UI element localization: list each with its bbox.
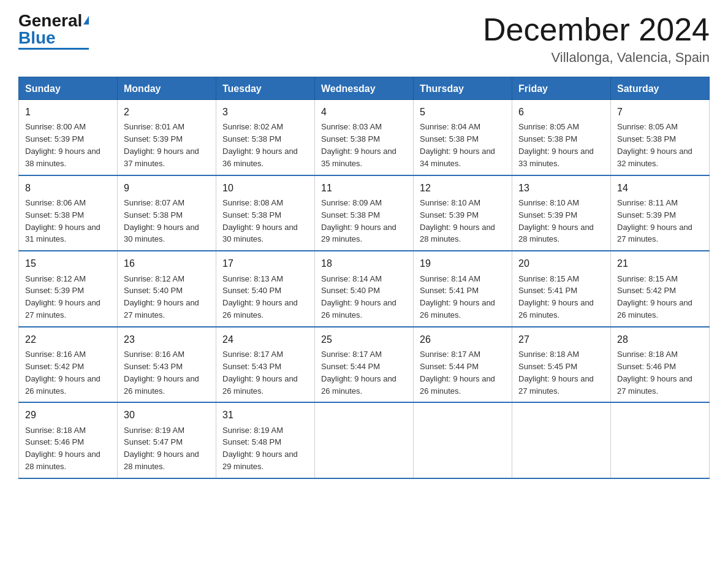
day-sunset: Sunset: 5:39 PM [420, 210, 479, 220]
day-sunrise: Sunrise: 8:03 AM [321, 122, 382, 131]
calendar-week-row: 8Sunrise: 8:06 AMSunset: 5:38 PMDaylight… [19, 175, 710, 251]
day-number: 17 [222, 256, 308, 270]
day-sunset: Sunset: 5:40 PM [222, 286, 281, 295]
day-daylight: Daylight: 9 hours and 27 minutes. [25, 298, 100, 320]
header-friday: Friday [512, 77, 611, 100]
calendar-cell: 12Sunrise: 8:10 AMSunset: 5:39 PMDayligh… [414, 175, 512, 251]
day-sunset: Sunset: 5:39 PM [617, 210, 676, 220]
day-number: 30 [124, 408, 210, 422]
day-sunset: Sunset: 5:44 PM [420, 362, 479, 371]
calendar-cell: 6Sunrise: 8:05 AMSunset: 5:38 PMDaylight… [512, 100, 611, 175]
day-number: 31 [222, 408, 308, 422]
main-title: December 2024 [483, 12, 710, 47]
calendar-cell: 10Sunrise: 8:08 AMSunset: 5:38 PMDayligh… [216, 175, 315, 251]
day-sunset: Sunset: 5:39 PM [518, 210, 577, 220]
day-sunset: Sunset: 5:40 PM [321, 286, 380, 295]
calendar-cell [414, 402, 512, 478]
calendar-cell: 28Sunrise: 8:18 AMSunset: 5:46 PMDayligh… [611, 327, 710, 403]
logo-general-text: General [18, 11, 82, 30]
day-number: 2 [124, 105, 210, 119]
calendar-cell: 17Sunrise: 8:13 AMSunset: 5:40 PMDayligh… [216, 251, 315, 327]
day-number: 14 [617, 181, 703, 195]
day-daylight: Daylight: 9 hours and 26 minutes. [518, 298, 594, 320]
day-daylight: Daylight: 9 hours and 29 minutes. [222, 450, 298, 471]
day-sunrise: Sunrise: 8:18 AM [518, 350, 579, 359]
calendar-cell: 7Sunrise: 8:05 AMSunset: 5:38 PMDaylight… [611, 100, 710, 175]
day-sunrise: Sunrise: 8:04 AM [420, 122, 480, 131]
day-daylight: Daylight: 9 hours and 26 minutes. [420, 298, 495, 320]
calendar-cell: 1Sunrise: 8:00 AMSunset: 5:39 PMDaylight… [19, 100, 118, 175]
day-sunrise: Sunrise: 8:01 AM [124, 122, 184, 131]
day-number: 3 [222, 105, 308, 119]
day-daylight: Daylight: 9 hours and 28 minutes. [420, 223, 495, 244]
calendar-table: SundayMondayTuesdayWednesdayThursdayFrid… [18, 77, 710, 479]
day-sunset: Sunset: 5:39 PM [25, 134, 84, 144]
day-number: 25 [321, 332, 407, 347]
day-sunset: Sunset: 5:38 PM [518, 134, 577, 144]
day-sunrise: Sunrise: 8:16 AM [124, 350, 184, 359]
day-sunset: Sunset: 5:44 PM [321, 362, 380, 371]
day-sunrise: Sunrise: 8:12 AM [25, 274, 86, 283]
day-sunset: Sunset: 5:38 PM [420, 134, 479, 144]
calendar-cell [611, 402, 710, 478]
calendar-header-row: SundayMondayTuesdayWednesdayThursdayFrid… [19, 77, 710, 100]
day-sunset: Sunset: 5:47 PM [124, 437, 183, 446]
calendar-cell: 23Sunrise: 8:16 AMSunset: 5:43 PMDayligh… [118, 327, 216, 403]
calendar-cell: 2Sunrise: 8:01 AMSunset: 5:39 PMDaylight… [118, 100, 216, 175]
calendar-cell: 27Sunrise: 8:18 AMSunset: 5:45 PMDayligh… [512, 327, 611, 403]
day-daylight: Daylight: 9 hours and 26 minutes. [124, 374, 199, 396]
day-number: 7 [617, 105, 703, 119]
day-sunset: Sunset: 5:38 PM [222, 210, 281, 220]
day-number: 28 [617, 332, 703, 347]
day-daylight: Daylight: 9 hours and 26 minutes. [222, 374, 298, 396]
header-saturday: Saturday [611, 77, 710, 100]
day-sunset: Sunset: 5:46 PM [617, 362, 676, 371]
day-daylight: Daylight: 9 hours and 27 minutes. [617, 223, 692, 244]
day-daylight: Daylight: 9 hours and 28 minutes. [124, 450, 199, 471]
day-daylight: Daylight: 9 hours and 26 minutes. [321, 374, 396, 396]
day-number: 20 [518, 256, 604, 270]
day-sunset: Sunset: 5:45 PM [518, 362, 577, 371]
day-sunset: Sunset: 5:42 PM [25, 362, 84, 371]
calendar-week-row: 15Sunrise: 8:12 AMSunset: 5:39 PMDayligh… [19, 251, 710, 327]
day-daylight: Daylight: 9 hours and 28 minutes. [25, 450, 100, 471]
day-daylight: Daylight: 9 hours and 34 minutes. [420, 147, 495, 168]
day-sunrise: Sunrise: 8:12 AM [124, 274, 184, 283]
day-daylight: Daylight: 9 hours and 30 minutes. [222, 223, 298, 244]
day-sunrise: Sunrise: 8:13 AM [222, 274, 283, 283]
day-sunrise: Sunrise: 8:18 AM [617, 350, 678, 359]
day-sunset: Sunset: 5:48 PM [222, 437, 281, 446]
day-daylight: Daylight: 9 hours and 36 minutes. [222, 147, 298, 168]
day-sunrise: Sunrise: 8:19 AM [124, 426, 184, 435]
calendar-cell: 4Sunrise: 8:03 AMSunset: 5:38 PMDaylight… [315, 100, 414, 175]
header-sunday: Sunday [19, 77, 118, 100]
day-number: 23 [124, 332, 210, 347]
day-sunrise: Sunrise: 8:16 AM [25, 350, 86, 359]
day-daylight: Daylight: 9 hours and 26 minutes. [617, 298, 692, 320]
day-sunrise: Sunrise: 8:10 AM [420, 198, 480, 207]
calendar-cell: 13Sunrise: 8:10 AMSunset: 5:39 PMDayligh… [512, 175, 611, 251]
day-sunrise: Sunrise: 8:17 AM [321, 350, 382, 359]
day-sunrise: Sunrise: 8:02 AM [222, 122, 283, 131]
day-sunset: Sunset: 5:38 PM [25, 210, 84, 220]
calendar-cell: 25Sunrise: 8:17 AMSunset: 5:44 PMDayligh… [315, 327, 414, 403]
day-sunrise: Sunrise: 8:11 AM [617, 198, 678, 207]
calendar-cell: 21Sunrise: 8:15 AMSunset: 5:42 PMDayligh… [611, 251, 710, 327]
day-daylight: Daylight: 9 hours and 30 minutes. [124, 223, 199, 244]
day-sunset: Sunset: 5:38 PM [321, 210, 380, 220]
day-sunset: Sunset: 5:38 PM [617, 134, 676, 144]
logo-triangle-icon [83, 16, 89, 25]
day-number: 12 [420, 181, 506, 195]
day-daylight: Daylight: 9 hours and 26 minutes. [222, 298, 298, 320]
calendar-cell: 11Sunrise: 8:09 AMSunset: 5:38 PMDayligh… [315, 175, 414, 251]
day-sunset: Sunset: 5:38 PM [124, 210, 183, 220]
page-header: General Blue December 2024 Villalonga, V… [18, 12, 710, 66]
calendar-cell: 14Sunrise: 8:11 AMSunset: 5:39 PMDayligh… [611, 175, 710, 251]
day-sunset: Sunset: 5:40 PM [124, 286, 183, 295]
day-sunrise: Sunrise: 8:18 AM [25, 426, 86, 435]
day-number: 1 [25, 105, 111, 119]
day-daylight: Daylight: 9 hours and 26 minutes. [420, 374, 495, 396]
day-sunset: Sunset: 5:38 PM [222, 134, 281, 144]
day-number: 13 [518, 181, 604, 195]
calendar-cell [315, 402, 414, 478]
